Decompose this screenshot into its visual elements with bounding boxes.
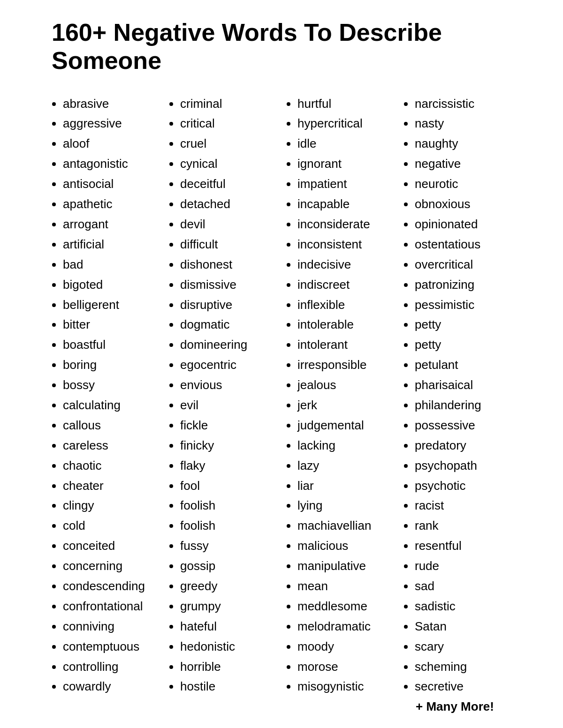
list-item: flaky: [180, 456, 277, 476]
list-item: bad: [63, 255, 160, 275]
list-item: petty: [415, 335, 511, 355]
list-item: cynical: [180, 154, 277, 174]
list-item: boring: [63, 355, 160, 375]
list-item: fickle: [180, 415, 277, 435]
list-item: jerk: [297, 395, 394, 415]
list-item: apathetic: [63, 194, 160, 214]
list-item: impatient: [297, 174, 394, 194]
list-item: indecisive: [297, 255, 394, 275]
list-item: irresponsible: [297, 355, 394, 375]
list-item: petulant: [415, 355, 511, 375]
list-item: bigoted: [63, 275, 160, 295]
list-item: pharisaical: [415, 375, 511, 395]
page-container: 160+ Negative Words To Describe Someone …: [23, 0, 540, 728]
list-item: petty: [415, 315, 511, 335]
list-item: aggressive: [63, 113, 160, 134]
list-item: foolish: [180, 495, 277, 516]
list-item: contemptuous: [63, 637, 160, 657]
list-item: sad: [415, 576, 511, 596]
list-item: difficult: [180, 234, 277, 255]
list-item: domineering: [180, 335, 277, 355]
list-item: idle: [297, 134, 394, 154]
list-item: lying: [297, 495, 394, 516]
list-item: neurotic: [415, 174, 511, 194]
list-item: controlling: [63, 657, 160, 677]
list-item: detached: [180, 194, 277, 214]
list-item: moody: [297, 637, 394, 657]
list-item: critical: [180, 113, 277, 134]
list-item: philandering: [415, 395, 511, 415]
list-item: arrogant: [63, 214, 160, 234]
list-item: negative: [415, 154, 511, 174]
list-item: indiscreet: [297, 275, 394, 295]
list-item: greedy: [180, 576, 277, 596]
list-item: possessive: [415, 415, 511, 435]
column-4: narcissisticnastynaughtynegativeneurotic…: [403, 94, 511, 717]
list-item: antisocial: [63, 174, 160, 194]
list-item: confrontational: [63, 596, 160, 616]
list-item: calculating: [63, 395, 160, 415]
list-item: antagonistic: [63, 154, 160, 174]
list-item: dismissive: [180, 275, 277, 295]
list-item: hypercritical: [297, 113, 394, 134]
list-item: intolerable: [297, 315, 394, 335]
list-item: manipulative: [297, 556, 394, 576]
list-item: scary: [415, 637, 511, 657]
column-1: abrasiveaggressivealoofantagonisticantis…: [52, 94, 160, 717]
list-item: secretive: [415, 676, 511, 697]
list-item: hurtful: [297, 94, 394, 114]
list-item: criminal: [180, 94, 277, 114]
list-item: mean: [297, 576, 394, 596]
list-item: liar: [297, 476, 394, 496]
list-item: inflexible: [297, 295, 394, 315]
list-item: horrible: [180, 657, 277, 677]
list-item: egocentric: [180, 355, 277, 375]
list-item: predatory: [415, 435, 511, 456]
list-item: ignorant: [297, 154, 394, 174]
list-item: incapable: [297, 194, 394, 214]
list-item: obnoxious: [415, 194, 511, 214]
list-item: clingy: [63, 495, 160, 516]
list-item: disruptive: [180, 295, 277, 315]
list-item: sadistic: [415, 596, 511, 616]
list-item: malicious: [297, 536, 394, 556]
list-item: fussy: [180, 536, 277, 556]
list-item: resentful: [415, 536, 511, 556]
list-item: nasty: [415, 113, 511, 134]
list-item: cheater: [63, 476, 160, 496]
list-item: cowardly: [63, 676, 160, 697]
list-item: foolish: [180, 516, 277, 536]
list-item: jealous: [297, 375, 394, 395]
list-item: rude: [415, 556, 511, 576]
list-item: finicky: [180, 435, 277, 456]
list-item: overcritical: [415, 255, 511, 275]
extra-note: + Many More!: [403, 697, 511, 717]
list-item: judgemental: [297, 415, 394, 435]
list-item: dogmatic: [180, 315, 277, 335]
list-item: inconsiderate: [297, 214, 394, 234]
list-item: envious: [180, 375, 277, 395]
list-item: rank: [415, 516, 511, 536]
list-item: lacking: [297, 435, 394, 456]
list-item: abrasive: [63, 94, 160, 114]
list-item: careless: [63, 435, 160, 456]
list-item: patronizing: [415, 275, 511, 295]
list-item: deceitful: [180, 174, 277, 194]
list-item: naughty: [415, 134, 511, 154]
list-item: grumpy: [180, 596, 277, 616]
list-item: misogynistic: [297, 676, 394, 697]
list-item: aloof: [63, 134, 160, 154]
list-item: boastful: [63, 335, 160, 355]
list-item: fool: [180, 476, 277, 496]
list-item: machiavellian: [297, 516, 394, 536]
list-item: scheming: [415, 657, 511, 677]
word-list-3: hurtfulhypercriticalidleignorantimpatien…: [286, 94, 394, 697]
list-item: gossip: [180, 556, 277, 576]
list-item: cold: [63, 516, 160, 536]
list-item: inconsistent: [297, 234, 394, 255]
list-item: morose: [297, 657, 394, 677]
list-item: artificial: [63, 234, 160, 255]
list-item: hedonistic: [180, 637, 277, 657]
word-list-2: criminalcriticalcruelcynicaldeceitfuldet…: [169, 94, 277, 697]
list-item: conniving: [63, 616, 160, 637]
